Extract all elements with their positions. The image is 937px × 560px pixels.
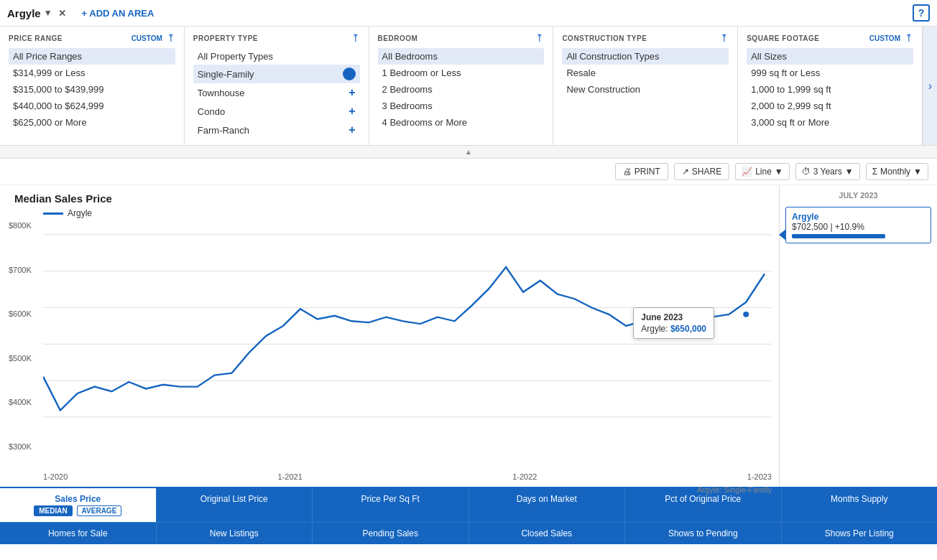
tab-days-on-market[interactable]: Days on Market (469, 488, 626, 522)
tab-closed-sales[interactable]: Closed Sales (469, 523, 626, 544)
tab-sales-price-sub: MEDIAN AVERAGE (4, 505, 152, 516)
sqft-icon[interactable]: ⤒ (905, 32, 913, 44)
price-range-custom[interactable]: CUSTOM (131, 34, 162, 42)
const-resale[interactable]: Resale (562, 65, 729, 81)
share-button[interactable]: ↗ SHARE (674, 163, 729, 180)
help-button[interactable]: ? (913, 4, 930, 22)
bed-4plus[interactable]: 4 Bedrooms or More (378, 114, 545, 131)
chart-type-label: Line (755, 167, 772, 177)
clock-icon: ⏱ (802, 167, 811, 177)
chart-type-dropdown[interactable]: 📈 Line ▼ (735, 163, 790, 180)
sqft-3000plus[interactable]: 3,000 sq ft or More (747, 114, 913, 131)
add-townhouse[interactable]: + (349, 86, 355, 99)
tab-shows-to-pending-label: Shows to Pending (668, 528, 738, 538)
tab-shows-to-pending[interactable]: Shows to Pending (625, 523, 782, 544)
tab-shows-per-listing-label: Shows Per Listing (825, 528, 894, 538)
print-button[interactable]: 🖨 PRINT (615, 163, 668, 180)
y-label-600k: $600K (9, 309, 32, 318)
x-label-2021: 1-2021 (278, 472, 303, 481)
chart-area: Median Sales Price Argyle $800K $700K $6… (0, 185, 937, 487)
line-chart-svg: $800K $700K $600K $500K $400K $300K (43, 221, 772, 451)
property-type-filter: PROPERTY TYPE ⤒ All Property Types Singl… (185, 27, 369, 145)
tab-shows-per-listing[interactable]: Shows Per Listing (782, 523, 938, 544)
area-name: Argyle (7, 7, 41, 19)
x-axis: 1-2020 1-2021 1-2022 1-2023 (43, 472, 772, 481)
price-440-624[interactable]: $440,000 to $624,999 (9, 98, 175, 114)
square-footage-label: SQUARE FOOTAGE (747, 34, 819, 42)
price-314[interactable]: $314,999 or Less (9, 65, 175, 81)
price-range-icon[interactable]: ⤒ (167, 32, 175, 44)
sqft-999[interactable]: 999 sq ft or Less (747, 65, 913, 81)
legend-line (43, 213, 63, 215)
filter-section: PRICE RANGE CUSTOM ⤒ All Price Ranges $3… (0, 27, 937, 146)
sidebar-date: JULY 2023 (785, 191, 931, 200)
const-all[interactable]: All Construction Types (562, 48, 729, 65)
y-axis: $800K $700K $600K $500K $400K $300K (9, 221, 32, 451)
prop-single-family[interactable]: Single-Family (193, 65, 360, 83)
sqft-all[interactable]: All Sizes (747, 48, 913, 65)
tab-months-supply[interactable]: Months Supply (782, 488, 938, 522)
property-type-label: PROPERTY TYPE (193, 34, 258, 42)
collapse-bar[interactable]: ▲ (0, 146, 937, 159)
area-dropdown-icon[interactable]: ▼ (44, 8, 52, 18)
x-label-2022: 1-2022 (512, 472, 537, 481)
chevron-right-icon: › (928, 80, 932, 93)
sidebar-bar (792, 234, 885, 238)
time-range-dropdown[interactable]: ⏱ 3 Years ▼ (795, 163, 860, 180)
prop-condo[interactable]: Condo + (193, 102, 360, 121)
prop-farm-ranch[interactable]: Farm-Ranch + (193, 121, 360, 139)
price-315-439[interactable]: $315,000 to $439,999 (9, 81, 175, 98)
y-label-800k: $800K (9, 221, 32, 230)
tab-new-listings-label: New Listings (210, 528, 259, 538)
period-dropdown[interactable]: Σ Monthly ▼ (866, 163, 928, 180)
sqft-options: All Sizes 999 sq ft or Less 1,000 to 1,9… (747, 48, 913, 131)
close-area-button[interactable]: ✕ (55, 7, 69, 19)
tab-pending-sales[interactable]: Pending Sales (313, 523, 469, 544)
tab-price-per-sqft[interactable]: Price Per Sq Ft (313, 488, 469, 522)
add-condo[interactable]: + (349, 105, 355, 118)
tab-original-list-price[interactable]: Original List Price (157, 488, 313, 522)
bedroom-label: BEDROOM (378, 34, 418, 42)
y-label-400k: $400K (9, 398, 32, 406)
bedroom-icon[interactable]: ⤒ (535, 32, 544, 44)
tab-sales-price[interactable]: Sales Price MEDIAN AVERAGE (0, 488, 157, 522)
sqft-2000-2999[interactable]: 2,000 to 2,999 sq ft (747, 98, 913, 114)
legend-label: Argyle (68, 208, 92, 218)
property-type-icon[interactable]: ⤒ (351, 32, 360, 44)
bottom-tabs-row2: Homes for Sale New Listings Pending Sale… (0, 522, 937, 544)
prop-townhouse[interactable]: Townhouse + (193, 83, 360, 102)
time-range-chevron: ▼ (845, 167, 854, 177)
tab-median[interactable]: MEDIAN (34, 505, 72, 516)
prop-all[interactable]: All Property Types (193, 48, 360, 65)
tab-sales-price-label: Sales Price (4, 494, 152, 504)
price-all[interactable]: All Price Ranges (9, 48, 175, 65)
bottom-tabs-row1: Sales Price MEDIAN AVERAGE Original List… (0, 487, 937, 522)
tab-price-per-sqft-label: Price Per Sq Ft (317, 494, 464, 504)
area-selector[interactable]: Argyle ▼ ✕ (7, 7, 69, 19)
bed-2[interactable]: 2 Bedrooms (378, 81, 545, 98)
x-label-2023: 1-2023 (747, 472, 772, 481)
filter-nav-next[interactable]: › (923, 27, 937, 145)
chart-legend: Argyle (7, 208, 779, 218)
sqft-custom[interactable]: CUSTOM (869, 34, 900, 42)
chart-toolbar: 🖨 PRINT ↗ SHARE 📈 Line ▼ ⏱ 3 Years ▼ Σ M… (0, 159, 937, 185)
bed-3[interactable]: 3 Bedrooms (378, 98, 545, 114)
const-new[interactable]: New Construction (562, 81, 729, 98)
sidebar-value: $702,500 | +10.9% (792, 222, 925, 232)
bed-1[interactable]: 1 Bedroom or Less (378, 65, 545, 81)
construction-type-options: All Construction Types Resale New Constr… (562, 48, 729, 98)
price-625plus[interactable]: $625,000 or More (9, 114, 175, 131)
tab-homes-for-sale[interactable]: Homes for Sale (0, 523, 157, 544)
chart-main: Median Sales Price Argyle $800K $700K $6… (0, 185, 779, 487)
price-range-filter: PRICE RANGE CUSTOM ⤒ All Price Ranges $3… (0, 27, 185, 145)
sqft-1000-1999[interactable]: 1,000 to 1,999 sq ft (747, 81, 913, 98)
add-area-button[interactable]: + ADD AN AREA (76, 5, 160, 22)
construction-type-icon[interactable]: ⤒ (720, 32, 729, 44)
bed-all[interactable]: All Bedrooms (378, 48, 545, 65)
share-icon: ↗ (682, 167, 689, 177)
sidebar-arrow-icon (779, 229, 786, 241)
tab-average[interactable]: AVERAGE (77, 505, 122, 516)
add-farm-ranch[interactable]: + (349, 123, 355, 136)
tab-new-listings[interactable]: New Listings (157, 523, 313, 544)
price-range-options: All Price Ranges $314,999 or Less $315,0… (9, 48, 175, 131)
